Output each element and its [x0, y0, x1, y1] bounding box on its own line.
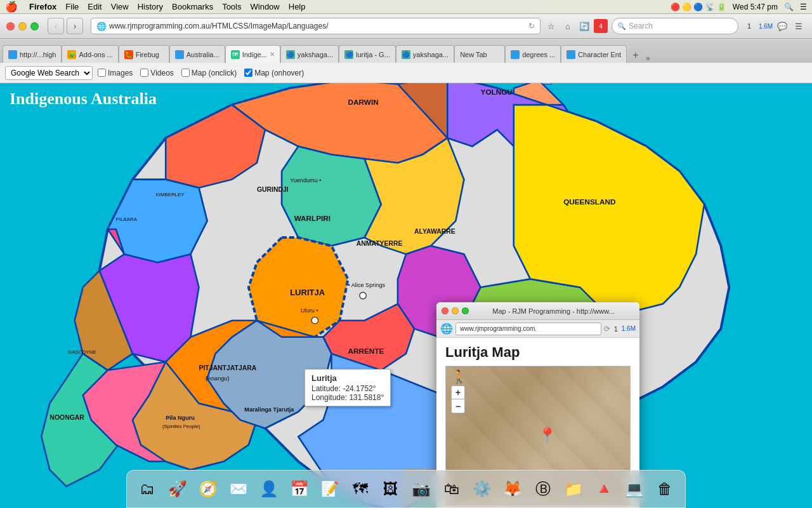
tab-addons[interactable]: 🧩 Add-ons ... [62, 45, 118, 63]
tab-degrees[interactable]: 🌐 degrees ... [505, 45, 561, 63]
popup-nav-icon1[interactable]: ⟳ [604, 324, 610, 333]
menu-window[interactable]: Window [251, 2, 280, 11]
dock-contacts[interactable]: 👤 [255, 475, 283, 503]
menu-view[interactable]: View [111, 2, 129, 11]
address-text: www.rjmprogramming.com.au/HTMLCSS/ImageM… [109, 22, 526, 30]
dock-photos[interactable]: 🖼 [377, 475, 405, 503]
dock-mail[interactable]: ✉️ [225, 475, 252, 503]
dock-maps[interactable]: 🗺 [346, 475, 374, 503]
dock-safari[interactable]: 🧭 [194, 475, 222, 503]
checkbox-map-onhover[interactable]: Map (onhover) [244, 69, 304, 77]
tooltip-lon-label: Longitude: [311, 393, 347, 402]
popup-minimize-button[interactable] [452, 307, 459, 314]
tab-newtab[interactable]: New Tab [454, 45, 505, 63]
new-tab-button[interactable]: + [628, 48, 643, 63]
address-bar[interactable]: 🌐 www.rjmprogramming.com.au/HTMLCSS/Imag… [91, 18, 540, 34]
tab-label-2: Add-ons ... [79, 51, 112, 58]
window-controls: ‹ › 🌐 www.rjmprogramming.com.au/HTMLCSS/… [0, 14, 812, 39]
tab-icon-10: 🌐 [511, 50, 520, 59]
tab-label-5: Indige... [242, 51, 267, 58]
dock-vlc[interactable]: 🔺 [590, 475, 618, 503]
zoom-out-button[interactable]: − [451, 399, 465, 413]
dock-firefox[interactable]: 🦊 [499, 475, 527, 503]
australia-map-svg[interactable]: TORRES STRAIT YOLNGU DARWIN GURINDJI WAR… [0, 83, 812, 508]
dock-terminal[interactable]: 💻 [620, 475, 648, 503]
tab-icon-3: 🐛 [124, 50, 133, 59]
dock-calendar[interactable]: 📅 [285, 475, 313, 503]
search-bar[interactable]: 🔍 Search [612, 18, 738, 34]
tab-label-10: degrees ... [522, 51, 555, 58]
checkbox-videos[interactable]: Videos [140, 69, 173, 77]
dock-filezilla[interactable]: 📁 [560, 475, 587, 503]
menu-edit[interactable]: Edit [88, 2, 102, 11]
dock-trash[interactable]: 🗑 [651, 475, 679, 503]
tab-character[interactable]: 🌐 Character Ent [561, 45, 627, 63]
menu-time: Wed 5:47 pm [733, 3, 778, 11]
popup-heading: Luritja Map [445, 344, 631, 361]
maximize-button[interactable] [30, 22, 39, 30]
tabs-overflow-btn[interactable]: » [646, 54, 650, 63]
menu-tools[interactable]: Tools [222, 2, 241, 11]
tab-firebug[interactable]: 🐛 Firebug [119, 45, 169, 63]
tab-luritja[interactable]: 🔵 luritja - G... [339, 45, 396, 63]
streetview-man-icon[interactable]: 🚶 [451, 369, 467, 384]
svg-text:Pila Nguru: Pila Nguru [166, 415, 195, 421]
tabs-bar: 🌐 http://...high 🧩 Add-ons ... 🐛 Firebug… [0, 39, 812, 63]
home-icon[interactable]: ⌂ [561, 19, 575, 33]
tab-httphigh[interactable]: 🌐 http://...high [3, 45, 62, 63]
dock-finder[interactable]: 🗂 [133, 475, 161, 503]
tab-label-1: http://...high [20, 51, 56, 58]
menu-search-icon[interactable]: 🔍 [784, 3, 794, 11]
chat-icon[interactable]: 💬 [775, 19, 789, 33]
dock-launchpad[interactable]: 🚀 [164, 475, 192, 503]
videos-checkbox[interactable] [140, 69, 148, 77]
zoom-in-button[interactable]: + [451, 385, 465, 399]
popup-maximize-button[interactable] [462, 307, 469, 314]
sync-icon[interactable]: 🔄 [577, 19, 591, 33]
menu-list-icon[interactable]: ☰ [800, 3, 807, 11]
popup-address-bar[interactable]: www.rjmprogramming.com. [455, 323, 601, 335]
dock-appstore[interactable]: 🛍 [438, 475, 466, 503]
tab-label-11: Character Ent [578, 51, 621, 58]
map-onhover-checkbox[interactable] [244, 69, 252, 77]
menu-history[interactable]: History [138, 2, 163, 11]
svg-text:ALYAWARRE: ALYAWARRE [414, 228, 455, 235]
svg-text:LURITJA: LURITJA [290, 288, 325, 298]
svg-text:• Alice Springs: • Alice Springs [348, 282, 386, 288]
map-zoom-controls: + − [451, 385, 465, 413]
tab-close-5[interactable]: ✕ [270, 51, 275, 58]
popup-address-text: www.rjmprogramming.com. [460, 325, 537, 332]
tab-yakshaga1[interactable]: 🔵 yakshaga... [280, 45, 339, 63]
forward-button[interactable]: › [67, 18, 83, 34]
close-button[interactable] [6, 22, 15, 30]
menu-bookmarks[interactable]: Bookmarks [172, 2, 213, 11]
checkbox-map-onclick[interactable]: Map (onclick) [181, 69, 237, 77]
images-checkbox[interactable] [98, 69, 106, 77]
dock-systemprefs[interactable]: ⚙️ [468, 475, 496, 503]
map-title: Indigenous Australia [10, 90, 157, 109]
map-container[interactable]: Indigenous Australia [0, 83, 812, 508]
map-onclick-checkbox[interactable] [181, 69, 190, 77]
tab-australia[interactable]: 🌐 Australia... [169, 45, 225, 63]
menu-firefox[interactable]: Firefox [29, 2, 56, 11]
popup-close-button[interactable] [442, 307, 449, 314]
dock-facetime[interactable]: 📷 [407, 475, 435, 503]
dock-b[interactable]: Ⓑ [529, 475, 557, 503]
tab-indigenous[interactable]: 🗺 Indige... ✕ [225, 45, 280, 63]
minimize-button[interactable] [18, 22, 27, 30]
hamburger-icon[interactable]: ☰ [792, 19, 806, 33]
bookmark-star-icon[interactable]: ☆ [544, 19, 558, 33]
svg-text:QUEENSLAND: QUEENSLAND [563, 197, 615, 206]
checkbox-images[interactable]: Images [98, 69, 133, 77]
menu-help[interactable]: Help [289, 2, 306, 11]
back-button[interactable]: ‹ [48, 18, 64, 34]
tooltip-lat-value: -24.1752° [343, 384, 376, 393]
search-engine-select[interactable]: Google Web Search [5, 66, 93, 80]
dock: 🗂 🚀 🧭 ✉️ 👤 📅 📝 🗺 🖼 📷 🛍 ⚙️ 🦊 Ⓑ 📁 🔺 💻 🗑 [126, 470, 686, 508]
svg-text:PITJANTJATJARA: PITJANTJATJARA [199, 364, 256, 371]
apple-menu[interactable]: 🍎 [5, 1, 18, 13]
tab-yakshaga2[interactable]: 🔵 yakshaga... [396, 45, 454, 63]
search-placeholder: Search [629, 22, 653, 30]
dock-notes[interactable]: 📝 [316, 475, 344, 503]
menu-file[interactable]: File [65, 2, 79, 11]
